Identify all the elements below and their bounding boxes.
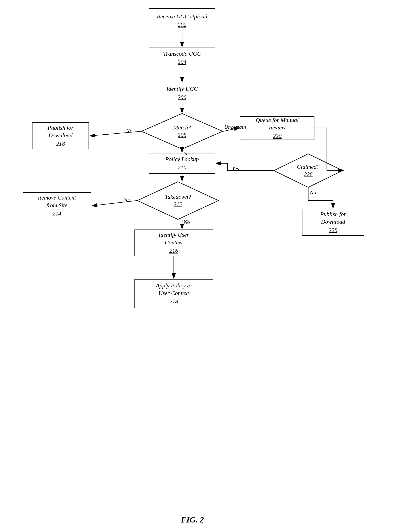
svg-line-7: [91, 131, 141, 136]
box-publish-download-218: Publish forDownload 218: [32, 122, 89, 149]
arrows-svg: [0, 0, 404, 532]
box-policy-lookup: Policy Lookup 210: [149, 153, 215, 174]
diamond-takedown: Takedown? 212: [136, 181, 219, 220]
diamond-match: Match? 208: [141, 113, 223, 150]
label-yes-match: Yes: [184, 151, 191, 157]
label-no-claimed: No: [310, 189, 316, 196]
label-no-match: No: [126, 128, 132, 134]
diagram-container: Receive UGC Upload 202 Transcode UGC 204…: [0, 0, 404, 532]
box-publish-download-228: Publish forDownload 228: [302, 209, 364, 236]
label-uncertain: Uncertain: [224, 124, 246, 130]
figure-caption: FIG. 2: [161, 515, 223, 525]
box-receive-ugc: Receive UGC Upload 202: [149, 8, 215, 33]
box-apply-policy: Apply Policy toUser Context 218: [135, 279, 213, 308]
box-transcode-ugc: Transcode UGC 204: [149, 48, 215, 68]
label-no-takedown: No: [184, 219, 190, 225]
label-yes-takedown: Yes: [124, 196, 131, 203]
box-remove-content: Remove Contentfrom Site 214: [23, 192, 91, 219]
box-queue-manual: Queue for ManualReview 220: [240, 116, 314, 140]
box-identify-user-context: Identify UserContext 216: [135, 229, 213, 256]
label-yes-claimed: Yes: [232, 165, 239, 172]
diamond-claimed: Claimed? 226: [273, 153, 343, 188]
box-identify-ugc: Identify UGC 206: [149, 83, 215, 103]
